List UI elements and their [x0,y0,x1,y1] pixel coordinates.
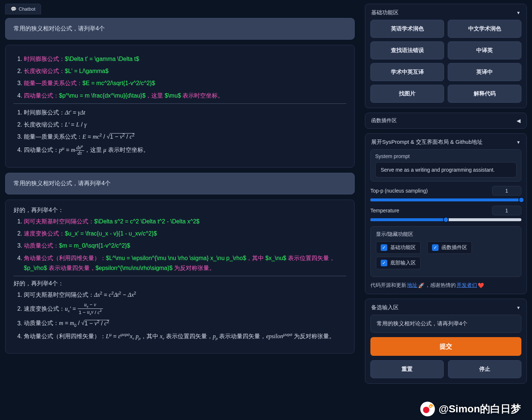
basic-panel: 基础功能区 ▼ 英语学术润色 中文学术润色 查找语法错误 中译英 学术中英互译 … [365,4,527,108]
list-item: 角动量公式（利用四维矢量）：Lμ = εμνρσxν pρ，其中 xν 表示位置… [24,331,346,342]
assistant-2-intro: 好的，再列举4个： [14,207,346,214]
system-prompt-label: System prompt [375,153,517,159]
advanced-panel-title: 展开SysPrompt & 交互界面布局 & Github地址 [371,139,483,146]
system-prompt-box: System prompt Serve me as a writing and … [370,149,521,182]
slider-thumb[interactable] [518,197,524,203]
user-message-1: 常用的狭义相对论公式，请列举4个 [5,18,355,40]
btn-find-image[interactable]: 找图片 [370,85,444,103]
user-message-2: 常用的狭义相对论公式，请再列举4个 [5,173,355,194]
tab-label: Chatbot [19,6,36,12]
assistant-message-1: 时间膨胀公式：$\Delta t' = \gamma \Delta t$ 长度收… [5,45,355,168]
list-item: 角动量公式（利用四维矢量）：$L^\mu = \epsilon^{\mu \nu… [24,253,346,273]
top-p-label: Top-p (nucleus sampling) [370,188,428,194]
raw-formula-list-1: 时间膨胀公式：$\Delta t' = \gamma \Delta t$ 长度收… [14,54,346,101]
temperature-label: Temperature [370,208,399,213]
user-message-1-text: 常用的狭义相对论公式，请列举4个 [14,25,105,32]
advanced-panel: 展开SysPrompt & 交互界面布局 & Github地址 ▼ System… [365,133,527,294]
btn-chinese-polish[interactable]: 中文学术润色 [448,20,521,38]
btn-explain-code[interactable]: 解释代码 [448,85,521,103]
toggle-basic[interactable]: ✓ 基础功能区 [376,241,421,254]
alt-input-panel: 备选输入区 ▼ 常用的狭义相对论公式，请再列举4个 提交 重置 停止 [365,299,527,384]
visibility-toggles: 显示/隐藏功能区 ✓ 基础功能区 ✓ 函数插件区 ✓ 底部输入区 [370,226,521,277]
repo-link[interactable]: 地址 [407,282,417,289]
tab-bar: 💬 Chatbot [5,4,355,14]
list-item: 长度收缩公式：$L' = L/\gamma$ [24,66,346,76]
btn-academic-translate[interactable]: 学术中英互译 [370,63,444,81]
list-item: 动质量公式：m = m0 / √1 − v2 / c2 [24,318,346,329]
top-p-row: Top-p (nucleus sampling) 1 [370,186,521,201]
system-prompt-input[interactable]: Serve me as a writing and programming as… [375,162,517,178]
list-item: 四动量公式：$p^\mu = m \frac{dx^\mu}{d\tau}$，这… [24,91,346,101]
btn-zh-to-en[interactable]: 中译英 [448,41,521,59]
list-item: 速度变换公式：ux′ = ux − v1 − uxv / c2 [24,302,346,316]
raw-formula-list-2: 闵可夫斯基时空间隔公式：$\Delta s^2 = c^2 \Delta t^2… [14,216,346,273]
stop-button[interactable]: 停止 [448,360,521,378]
footer-line: 代码开源和更新 地址 🚀 ，感谢热情的 开发者们 ❤️ [370,282,521,289]
heart-icon: ❤️ [478,282,484,288]
chat-icon: 💬 [11,6,16,12]
btn-english-polish[interactable]: 英语学术润色 [370,20,444,38]
plugins-panel-header[interactable]: 函数插件区 ◀ [370,117,521,125]
contributors-link[interactable]: 开发者们 [457,282,477,289]
alt-input-panel-header[interactable]: 备选输入区 ▼ [370,303,521,315]
control-pane: 基础功能区 ▼ 英语学术润色 中文学术润色 查找语法错误 中译英 学术中英互译 … [360,0,532,420]
list-item: 时间膨胀公式：Δt′ = γΔt [24,107,346,117]
checkbox-checked-icon: ✓ [381,244,387,251]
list-item: 时间膨胀公式：$\Delta t' = \gamma \Delta t$ [24,54,346,64]
btn-find-grammar[interactable]: 查找语法错误 [370,41,444,59]
slider-thumb[interactable] [443,217,449,223]
toggle-plugins[interactable]: ✓ 函数插件区 [427,241,472,254]
user-message-2-text: 常用的狭义相对论公式，请再列举4个 [14,180,111,186]
visibility-toggles-title: 显示/隐藏功能区 [376,231,516,238]
reset-button[interactable]: 重置 [370,360,444,378]
temperature-value[interactable]: 1 [492,206,521,215]
temperature-slider[interactable] [370,218,521,221]
plugins-panel-title: 函数插件区 [371,117,397,124]
chat-pane: 💬 Chatbot 常用的狭义相对论公式，请列举4个 时间膨胀公式：$\Delt… [0,0,360,420]
basic-panel-title: 基础功能区 [371,9,399,16]
rendered-formula-list-2: 闵可夫斯基时空间隔公式：Δs2 = c2Δt2 − Δx2 速度变换公式：ux′… [14,290,346,342]
chevron-down-icon: ▼ [516,140,521,145]
alt-input-panel-title: 备选输入区 [371,304,399,311]
list-item: 长度收缩公式：L′ = L / γ [24,120,346,129]
separator [14,276,346,276]
separator [14,103,346,104]
list-item: 能量—质量关系公式：$E = mc^2/\sqrt{1-v^2/c^2}$ [24,78,346,88]
chevron-down-icon: ▼ [516,305,521,310]
list-item: 动质量公式：$m = m_0/\sqrt{1-v^2/c^2}$ [24,241,346,251]
temperature-row: Temperature 1 [370,206,521,221]
assistant-message-2: 好的，再列举4个： 闵可夫斯基时空间隔公式：$\Delta s^2 = c^2 … [5,200,355,353]
list-item: 闵可夫斯基时空间隔公式：Δs2 = c2Δt2 − Δx2 [24,290,346,300]
toggle-bottom-input[interactable]: ✓ 底部输入区 [376,257,421,269]
list-item: 速度变换公式：$u_x' = \frac{u_x - v}{1 - u_xv/c… [24,229,346,238]
chatbot-tab[interactable]: 💬 Chatbot [5,4,41,14]
checkbox-checked-icon: ✓ [432,244,439,251]
top-p-slider[interactable] [370,198,521,201]
basic-panel-header[interactable]: 基础功能区 ▼ [370,8,521,20]
top-p-value[interactable]: 1 [492,186,521,196]
basic-button-grid: 英语学术润色 中文学术润色 查找语法错误 中译英 学术中英互译 英译中 找图片 … [370,20,521,103]
submit-button[interactable]: 提交 [370,337,521,356]
list-item: 四动量公式：pμ = mdxμdτ，这里 μ 表示时空坐标。 [24,144,346,156]
assistant-2-rendered-intro: 好的，再列举4个： [14,280,346,288]
rocket-icon: 🚀 [418,282,424,288]
chevron-down-icon: ▼ [516,10,521,15]
checkbox-checked-icon: ✓ [381,260,387,266]
btn-en-to-zh[interactable]: 英译中 [448,63,521,81]
list-item: 能量—质量关系公式：E = mc2 / √1 − v2 / c2 [24,132,346,142]
chevron-left-icon: ◀ [517,118,521,124]
list-item: 闵可夫斯基时空间隔公式：$\Delta s^2 = c^2 \Delta t^2… [24,216,346,226]
rendered-formula-list-1: 时间膨胀公式：Δt′ = γΔt 长度收缩公式：L′ = L / γ 能量—质量… [14,107,346,156]
alt-input-field[interactable]: 常用的狭义相对论公式，请再列举4个 [370,315,521,333]
advanced-panel-header[interactable]: 展开SysPrompt & 交互界面布局 & Github地址 ▼ [370,137,521,149]
plugins-panel: 函数插件区 ◀ [365,113,527,129]
